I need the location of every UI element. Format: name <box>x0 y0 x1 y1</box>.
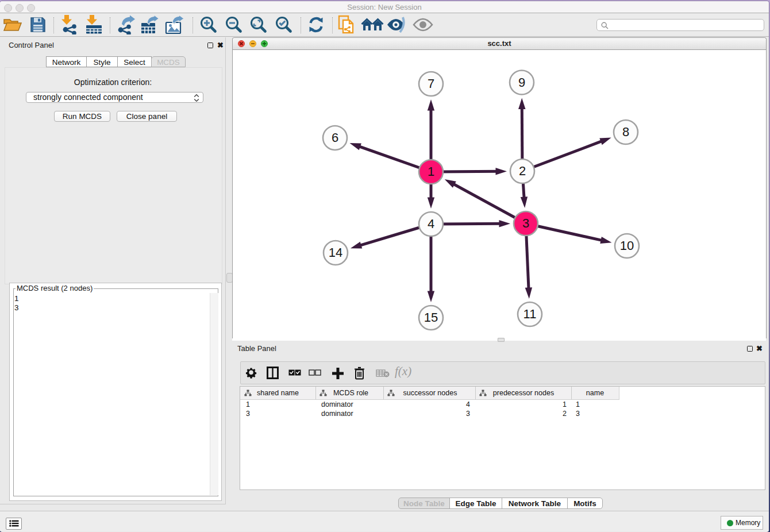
svg-text:2: 2 <box>519 164 526 178</box>
svg-text:4: 4 <box>428 217 434 231</box>
svg-text:9: 9 <box>518 75 525 90</box>
svg-text:14: 14 <box>329 245 342 260</box>
svg-text:11: 11 <box>523 307 537 321</box>
svg-text:10: 10 <box>620 238 634 253</box>
svg-text:8: 8 <box>622 125 629 139</box>
svg-text:15: 15 <box>424 310 438 325</box>
svg-text:7: 7 <box>428 76 434 91</box>
svg-text:6: 6 <box>332 130 338 145</box>
svg-text:3: 3 <box>522 216 529 230</box>
svg-text:1: 1 <box>428 164 434 179</box>
